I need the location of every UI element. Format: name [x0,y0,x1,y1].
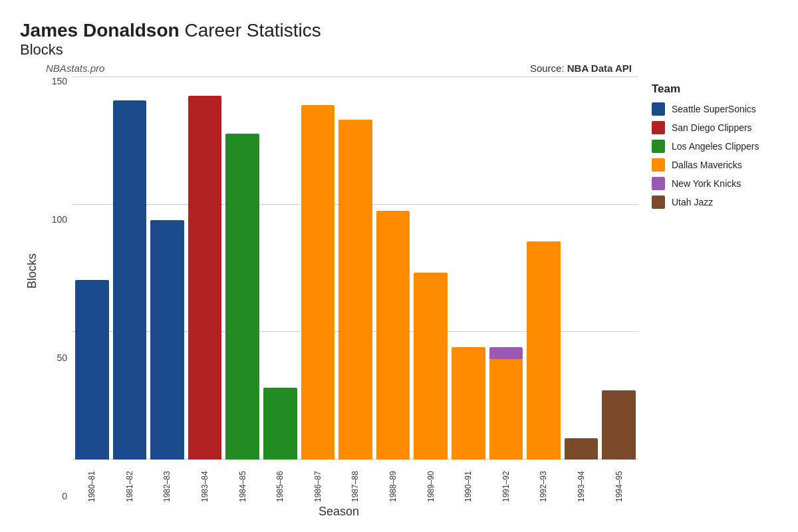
bar-segment [489,359,523,460]
legend-item: Dallas Mavericks [652,158,785,172]
y-tick-100: 100 [52,215,67,224]
legend-item: San Diego Clippers [652,121,785,134]
subtitle: Blocks [20,41,785,59]
bar [376,211,410,460]
x-label: 1987–88 [338,462,372,502]
bar-wrap [527,76,561,460]
bar-wrap [113,76,147,460]
x-label-text: 1993–94 [577,462,586,502]
bar-stack [489,347,523,460]
legend-label-text: San Diego Clippers [672,122,752,133]
bar-wrap [150,76,184,460]
x-label: 1982–83 [150,462,184,502]
bar [338,120,372,460]
x-label: 1981–82 [113,462,147,502]
legend-label-text: Seattle SuperSonics [672,104,756,114]
x-label-text: 1990–91 [464,462,473,502]
x-label-text: 1985–86 [275,462,285,502]
bar-wrap [338,76,372,460]
x-label: 1980–81 [75,462,109,502]
title-normal: Career Statistics [180,20,321,41]
x-label: 1989–90 [414,462,448,502]
watermark-source-prefix: Source: [530,63,567,74]
legend-color-box [652,121,665,134]
x-label-text: 1984–85 [238,462,247,502]
x-label: 1988–89 [376,462,410,502]
x-label: 1992–93 [527,462,561,502]
legend-color-box [652,177,665,190]
bar-wrap [263,76,297,460]
watermarks: NBAstats.pro Source: NBA Data API [39,63,638,74]
bar-wrap [414,76,448,460]
x-label-text: 1983–84 [200,462,209,502]
x-label-text: 1981–82 [125,462,134,502]
legend: Team Seattle SuperSonicsSan Diego Clippe… [638,63,785,519]
legend-color-box [652,140,665,153]
y-axis-label: Blocks [20,63,39,479]
chart-container: James Donaldson Career Statistics Blocks… [0,0,798,532]
legend-item: Los Angeles Clippers [652,140,785,153]
bar [527,241,561,460]
bar [602,390,636,460]
x-label: 1986–87 [301,462,335,502]
x-label: 1985–86 [263,462,297,502]
bar [414,273,448,460]
bar-wrap [489,76,523,460]
plot-area: NBAstats.pro Source: NBA Data API 150 10… [39,63,638,519]
y-tick-50: 50 [57,353,67,362]
x-label-text: 1987–88 [350,462,360,502]
bar [75,280,109,460]
bar [113,100,147,460]
bar [301,105,335,460]
bar [150,220,184,460]
bars-grid: 1980–811981–821982–831983–841984–851985–… [72,76,638,502]
plot-and-legend: NBAstats.pro Source: NBA Data API 150 10… [39,63,785,519]
watermark-right: Source: NBA Data API [530,63,632,74]
title-area: James Donaldson Career Statistics Blocks [20,20,785,59]
bar-wrap [602,76,636,460]
bar [452,347,485,460]
x-label: 1984–85 [225,462,259,502]
legend-color-box [652,102,665,116]
x-label: 1994–95 [602,462,636,502]
legend-label-text: New York Knicks [672,178,741,189]
bar-wrap [75,76,109,460]
main-title: James Donaldson Career Statistics [20,20,785,41]
x-label: 1993–94 [565,462,598,502]
legend-color-box [652,196,665,209]
bars-row [72,76,638,460]
x-label: 1983–84 [188,462,222,502]
legend-label-text: Utah Jazz [672,197,713,207]
x-label-text: 1989–90 [426,462,436,502]
x-label: 1991–92 [489,462,523,502]
legend-color-box [652,158,665,172]
x-label-text: 1994–95 [614,462,624,502]
bar-wrap [376,76,410,460]
legend-item: Seattle SuperSonics [652,102,785,116]
bar-wrap [301,76,335,460]
bar-segment [489,347,523,359]
y-axis: 150 100 50 0 [39,76,72,502]
legend-label-text: Dallas Mavericks [672,160,742,170]
x-axis-label: Season [39,505,638,519]
bar-wrap [452,76,485,460]
bar [225,134,259,460]
legend-item: New York Knicks [652,177,785,190]
chart-inner: Blocks NBAstats.pro Source: NBA Data API… [20,63,785,519]
title-bold: James Donaldson [20,20,180,41]
bar [565,438,598,460]
y-tick-0: 0 [62,491,67,501]
x-label-text: 1986–87 [313,462,323,502]
bars-and-yaxis: 150 100 50 0 [39,76,638,502]
watermark-left: NBAstats.pro [46,63,104,74]
bar [188,96,222,460]
legend-items: Seattle SuperSonicsSan Diego ClippersLos… [652,102,785,209]
y-tick-150: 150 [52,76,67,86]
bar-wrap [188,76,222,460]
grid-lines [72,76,638,460]
bar-wrap [565,76,598,460]
bar [263,388,297,460]
legend-label-text: Los Angeles Clippers [672,141,759,152]
bar-wrap [225,76,259,460]
x-label-text: 1992–93 [539,462,548,502]
